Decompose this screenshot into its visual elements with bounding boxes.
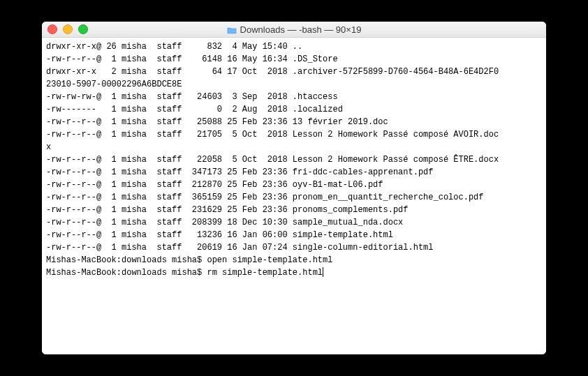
terminal-line: -rw-r--r--@ 1 misha staff 20619 16 Jan 0…	[46, 241, 542, 254]
terminal-line: -rw-r--r--@ 1 misha staff 231629 25 Feb …	[46, 204, 542, 216]
terminal-line: -rw-r--r--@ 1 misha staff 25088 25 Feb 2…	[46, 116, 542, 128]
terminal-line: x	[46, 141, 542, 153]
window-title: Downloads — -bash — 90×19	[227, 24, 362, 35]
window-title-text: Downloads — -bash — 90×19	[240, 24, 362, 35]
terminal-line: -rw-rw-rw-@ 1 misha staff 24603 3 Sep 20…	[46, 91, 542, 103]
minimize-icon[interactable]	[63, 24, 73, 34]
terminal-line: -rw-r--r--@ 1 misha staff 13236 16 Jan 0…	[46, 229, 542, 241]
folder-icon	[227, 26, 237, 33]
traffic-lights	[47, 24, 88, 34]
terminal-line: -rw------- 1 misha staff 0 2 Aug 2018 .l…	[46, 103, 542, 116]
terminal-line: Mishas-MacBook:downloads misha$ open sim…	[46, 254, 542, 266]
zoom-icon[interactable]	[78, 24, 88, 34]
terminal-line: -rw-r--r--@ 1 misha staff 6148 16 May 16…	[46, 53, 542, 66]
terminal-line: -rw-r--r--@ 1 misha staff 22058 5 Oct 20…	[46, 153, 542, 166]
terminal-line: drwxr-xr-x@ 26 misha staff 832 4 May 15:…	[46, 40, 542, 53]
terminal-line: -rw-r--r--@ 1 misha staff 208399 18 Dec …	[46, 216, 542, 229]
cursor-icon	[323, 267, 323, 277]
terminal-line: -rw-r--r--@ 1 misha staff 21705 5 Oct 20…	[46, 128, 542, 141]
terminal-line: -rw-r--r--@ 1 misha staff 347173 25 Feb …	[46, 166, 542, 179]
titlebar[interactable]: Downloads — -bash — 90×19	[42, 22, 546, 38]
terminal-line: -rw-r--r--@ 1 misha staff 212870 25 Feb …	[46, 179, 542, 191]
terminal-line: 23010-5907-00002296A6BDCE8E	[46, 78, 542, 91]
terminal-window: Downloads — -bash — 90×19 drwxr-xr-x@ 26…	[42, 22, 546, 354]
terminal-body[interactable]: drwxr-xr-x@ 26 misha staff 832 4 May 15:…	[42, 38, 546, 354]
terminal-current-line[interactable]: Mishas-MacBook:downloads misha$ rm simpl…	[46, 266, 542, 279]
terminal-line: drwxr-xr-x 2 misha staff 64 17 Oct 2018 …	[46, 66, 542, 78]
close-icon[interactable]	[47, 24, 57, 34]
terminal-line: -rw-r--r--@ 1 misha staff 365159 25 Feb …	[46, 191, 542, 204]
